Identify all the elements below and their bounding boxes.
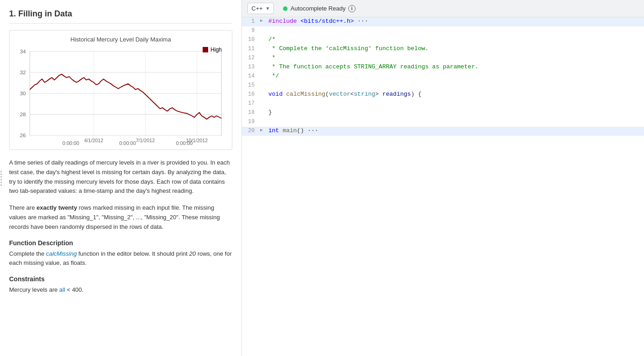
code-line-19: 19 bbox=[242, 118, 644, 127]
drag-dot-4 bbox=[0, 179, 2, 180]
line-num-18: 18 bbox=[242, 109, 260, 116]
code-line-13: 13 * The function accepts STRING_ARRAY r… bbox=[242, 63, 644, 72]
code-line-18: 18 } bbox=[242, 108, 644, 118]
line-num-10: 10 bbox=[242, 36, 260, 43]
code-line-12: 12 * bbox=[242, 54, 644, 63]
desc1-text: A time series of daily readings of mercu… bbox=[9, 159, 230, 194]
svg-text:7/1/2012: 7/1/2012 bbox=[136, 138, 155, 142]
constraints-suffix: < 400. bbox=[65, 286, 84, 293]
desc2-bold: exactly twenty bbox=[37, 204, 77, 211]
svg-text:32: 32 bbox=[20, 69, 26, 75]
legend-label-high: High bbox=[210, 46, 222, 53]
svg-text:28: 28 bbox=[20, 111, 26, 117]
code-editor-panel: C++ ▼ Autocomplete Ready ℹ 1 ▶ #include … bbox=[242, 0, 644, 356]
line-num-11: 11 bbox=[242, 45, 260, 52]
code-line-11: 11 * Complete the 'calcMissing' function… bbox=[242, 45, 644, 54]
line-num-16: 16 bbox=[242, 91, 260, 98]
constraints-text: Mercury levels are all < 400. bbox=[9, 285, 232, 295]
line-content-18: } bbox=[267, 109, 644, 116]
line-content-9 bbox=[267, 27, 644, 34]
line-num-19: 19 bbox=[242, 118, 260, 125]
description-paragraph-2: There are exactly twenty rows marked mis… bbox=[9, 203, 232, 232]
panel-drag-handle[interactable] bbox=[0, 169, 4, 187]
left-panel: 1. Filling in Data Historical Mercury Le… bbox=[0, 0, 242, 356]
constraints-link: all bbox=[59, 286, 65, 293]
line-content-13: * The function accepts STRING_ARRAY read… bbox=[267, 63, 644, 70]
line-content-19 bbox=[267, 118, 644, 125]
language-label: C++ bbox=[251, 5, 263, 12]
line-content-11: * Complete the 'calcMissing' function be… bbox=[267, 45, 644, 52]
line-content-1: #include <bits/stdc++.h> ··· bbox=[267, 18, 644, 25]
line-num-12: 12 bbox=[242, 54, 260, 61]
line-num-13: 13 bbox=[242, 63, 260, 70]
chart-svg: 34 32 30 28 26 4/1/20 bbox=[15, 46, 226, 142]
svg-text:34: 34 bbox=[20, 48, 26, 54]
fold-arrow-20[interactable]: ▶ bbox=[260, 127, 267, 133]
code-line-16: 16 void calcMissing(vector<string> readi… bbox=[242, 90, 644, 99]
line-content-14: */ bbox=[267, 72, 644, 79]
func-text1: Complete the bbox=[9, 250, 46, 257]
chart-area: High 34 32 30 28 26 bbox=[15, 46, 226, 142]
line-content-17 bbox=[267, 100, 644, 107]
drag-dot-2 bbox=[0, 173, 2, 175]
line-num-14: 14 bbox=[242, 72, 260, 79]
status-dot-icon bbox=[283, 6, 288, 11]
line-content-12: * bbox=[267, 54, 644, 61]
line-content-15 bbox=[267, 82, 644, 88]
func-text2: function in the editor below. It should … bbox=[77, 250, 189, 257]
svg-text:30: 30 bbox=[20, 90, 26, 96]
drag-dot-5 bbox=[0, 181, 2, 183]
language-selector[interactable]: C++ ▼ bbox=[247, 3, 274, 14]
svg-text:10/1/2012: 10/1/2012 bbox=[186, 138, 208, 142]
line-num-9: 9 bbox=[242, 27, 260, 34]
code-line-10: 10 /* bbox=[242, 36, 644, 45]
chart-container: Historical Mercury Level Daily Maxima Hi… bbox=[9, 30, 232, 150]
constraints-prefix: Mercury levels are bbox=[9, 286, 59, 293]
line-num-20: 20 bbox=[242, 127, 260, 134]
code-line-1: 1 ▶ #include <bits/stdc++.h> ··· bbox=[242, 17, 644, 26]
svg-text:26: 26 bbox=[20, 133, 26, 139]
function-desc-title: Function Description bbox=[9, 239, 232, 247]
desc2-prefix: There are bbox=[9, 204, 37, 211]
func-italic: calcMissing bbox=[46, 250, 77, 257]
func-italic2: 20 bbox=[189, 250, 196, 257]
chevron-down-icon: ▼ bbox=[266, 6, 270, 11]
line-content-16: void calcMissing(vector<string> readings… bbox=[267, 91, 644, 98]
code-line-15: 15 bbox=[242, 81, 644, 90]
drag-dot-1 bbox=[0, 170, 2, 172]
code-line-17: 17 bbox=[242, 99, 644, 108]
function-desc-text: Complete the calcMissing function in the… bbox=[9, 249, 232, 268]
line-num-1: 1 bbox=[242, 18, 260, 25]
constraints-title: Constraints bbox=[9, 275, 232, 283]
line-num-15: 15 bbox=[242, 82, 260, 88]
autocomplete-label: Autocomplete Ready bbox=[290, 5, 346, 12]
legend-color-high bbox=[203, 47, 208, 52]
function-description-section: Function Description Complete the calcMi… bbox=[9, 239, 232, 268]
description-paragraph-1: A time series of daily readings of mercu… bbox=[9, 158, 232, 196]
drag-dot-3 bbox=[0, 176, 2, 177]
drag-dot-6 bbox=[0, 184, 2, 186]
chart-legend: High bbox=[203, 46, 222, 53]
info-icon[interactable]: ℹ bbox=[348, 5, 356, 12]
fold-arrow-1[interactable]: ▶ bbox=[260, 18, 267, 23]
section-title: 1. Filling in Data bbox=[9, 9, 232, 24]
line-content-10: /* bbox=[267, 36, 644, 43]
line-content-20: int main() ··· bbox=[267, 127, 644, 134]
code-line-20: 20 ▶ int main() ··· bbox=[242, 127, 644, 136]
code-line-9: 9 bbox=[242, 26, 644, 36]
svg-text:4/1/2012: 4/1/2012 bbox=[84, 138, 103, 142]
code-editor[interactable]: 1 ▶ #include <bits/stdc++.h> ··· 9 10 /*… bbox=[242, 17, 644, 356]
line-num-17: 17 bbox=[242, 100, 260, 107]
code-line-14: 14 */ bbox=[242, 72, 644, 81]
chart-title: Historical Mercury Level Daily Maxima bbox=[15, 36, 226, 43]
constraints-section: Constraints Mercury levels are all < 400… bbox=[9, 275, 232, 295]
autocomplete-status: Autocomplete Ready ℹ bbox=[283, 5, 356, 12]
editor-toolbar: C++ ▼ Autocomplete Ready ℹ bbox=[242, 0, 644, 17]
